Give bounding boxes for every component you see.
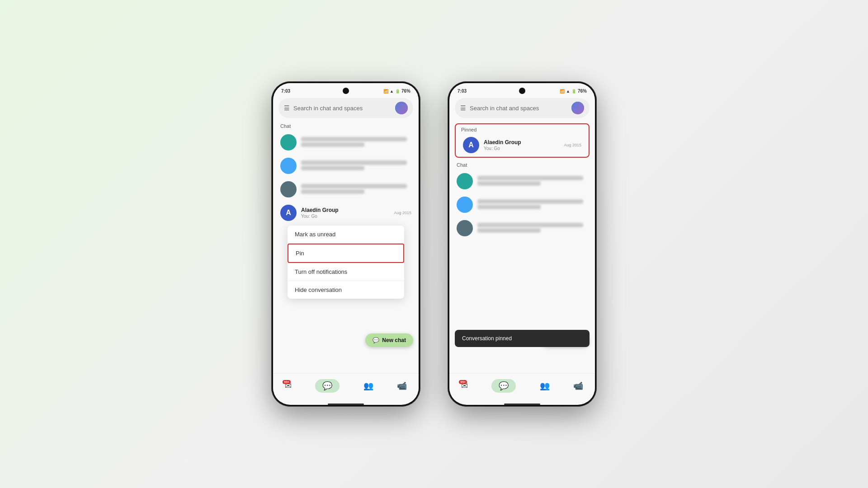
alaedin-preview: You: Go: [301, 214, 389, 219]
chat-info-blurred-p2-2: [477, 199, 583, 210]
user-avatar-2[interactable]: [571, 102, 584, 114]
home-indicator-1: [328, 404, 364, 405]
avatar-blurred-3: [280, 181, 297, 197]
search-bar-2[interactable]: ☰ Search in chat and spaces: [455, 98, 590, 118]
user-avatar-1[interactable]: [395, 102, 408, 114]
chat-item-blurred-p2-3[interactable]: [449, 216, 595, 240]
pinned-alaedin-name: Alaedin Group: [484, 139, 559, 145]
nav-chat-1[interactable]: 💬: [310, 377, 345, 394]
hamburger-icon-2: ☰: [460, 104, 466, 112]
chat-icon-2: 💬: [499, 381, 509, 390]
video-icon-2: 📹: [573, 381, 583, 391]
mail-badge-1: 99+: [283, 380, 291, 384]
chat-item-blurred-3[interactable]: [273, 178, 419, 201]
pinned-alaedin-item[interactable]: A Alaedin Group You: Go Aug 2015: [456, 133, 589, 157]
name-blur-p2-1: [477, 176, 583, 180]
chat-section-label-1: Chat: [273, 122, 419, 131]
nav-people-1[interactable]: 👥: [358, 379, 379, 393]
preview-blur-1: [301, 142, 364, 147]
avatar-blurred-p2-2: [457, 197, 473, 213]
chat-item-blurred-2[interactable]: [273, 154, 419, 178]
fab-label-1: New chat: [382, 337, 406, 343]
preview-blur-3: [301, 189, 364, 194]
mark-unread-item[interactable]: Mark as unread: [288, 225, 404, 244]
context-menu-container: Mark as unread Pin Turn off notification…: [280, 225, 411, 300]
battery-pct-2: 76%: [578, 89, 587, 94]
avatar-blurred-2: [280, 158, 297, 174]
name-blur-p2-3: [477, 223, 583, 227]
context-menu: Mark as unread Pin Turn off notification…: [288, 225, 404, 299]
chat-info-blurred-2: [301, 160, 407, 171]
chat-info-blurred-3: [301, 184, 407, 195]
nav-people-2[interactable]: 👥: [534, 379, 555, 393]
people-icon-2: 👥: [540, 381, 550, 391]
nav-mail-2[interactable]: ✉ 99+: [456, 379, 473, 393]
turn-off-notifications-item[interactable]: Turn off notifications: [288, 263, 404, 281]
phone-2: 7:03 📶 ▲ 🔋 76% ☰ Search in chat and spac…: [448, 81, 597, 407]
avatar-blurred-p2-3: [457, 220, 473, 236]
camera-cutout-2: [519, 88, 525, 94]
preview-blur-p2-3: [477, 228, 541, 233]
search-bar-1[interactable]: ☰ Search in chat and spaces: [278, 98, 413, 118]
conversation-pinned-toast: Conversation pinned: [455, 330, 590, 347]
bottom-nav-1: ✉ 99+ 💬 👥 📹: [273, 373, 419, 402]
pinned-alaedin-info: Alaedin Group You: Go: [484, 139, 559, 151]
bottom-nav-2: ✉ 99+ 💬 👥 📹: [449, 373, 595, 402]
home-indicator-2: [504, 404, 540, 405]
alaedin-time: Aug 2015: [394, 211, 411, 215]
chat-item-blurred-p2-2[interactable]: [449, 193, 595, 216]
wifi-icon-1: ▲: [390, 89, 394, 94]
avatar-blurred-1: [280, 134, 297, 150]
name-blur-1: [301, 137, 407, 141]
preview-blur-p2-2: [477, 205, 541, 209]
chat-info-blurred-1: [301, 137, 407, 148]
name-blur-p2-2: [477, 199, 583, 204]
chat-item-blurred-p2-1[interactable]: [449, 169, 595, 193]
nav-video-2[interactable]: 📹: [568, 379, 589, 393]
pin-item[interactable]: Pin: [288, 244, 404, 263]
name-blur-2: [301, 160, 407, 165]
pinned-alaedin-avatar: A: [463, 137, 479, 153]
pinned-alaedin-time: Aug 2015: [564, 143, 581, 147]
hamburger-icon-1: ☰: [284, 104, 290, 112]
chat-info-blurred-p2-1: [477, 176, 583, 187]
alaedin-chat-item[interactable]: A Alaedin Group You: Go Aug 2015: [273, 201, 419, 225]
battery-icon-1: 🔋: [395, 89, 400, 94]
time-2: 7:03: [458, 89, 467, 94]
alaedin-name: Alaedin Group: [301, 207, 389, 213]
fab-icon-1: 💬: [373, 337, 379, 343]
nav-mail-1[interactable]: ✉ 99+: [279, 379, 297, 393]
mail-badge-2: 99+: [459, 380, 467, 384]
search-placeholder-1: Search in chat and spaces: [293, 105, 392, 112]
pinned-alaedin-preview: You: Go: [484, 146, 559, 151]
signal-icon-1: 📶: [383, 89, 388, 94]
new-chat-fab-1[interactable]: 💬 New chat: [365, 333, 413, 347]
pinned-section: Pinned A Alaedin Group You: Go Aug 2015: [455, 123, 590, 158]
signal-icon-2: 📶: [560, 89, 565, 94]
nav-chat-2[interactable]: 💬: [486, 377, 521, 394]
alaedin-info: Alaedin Group You: Go: [301, 207, 389, 219]
pinned-label: Pinned: [456, 124, 589, 133]
battery-pct-1: 76%: [401, 89, 410, 94]
nav-video-1[interactable]: 📹: [392, 379, 412, 393]
video-icon-1: 📹: [397, 381, 407, 391]
people-icon-1: 👥: [363, 381, 373, 391]
hide-conversation-item[interactable]: Hide conversation: [288, 281, 404, 299]
phone1-content: Chat: [273, 122, 419, 373]
preview-blur-2: [301, 166, 364, 170]
chat-info-blurred-p2-3: [477, 223, 583, 234]
alaedin-avatar: A: [280, 205, 297, 221]
chat-section-label-2: Chat: [449, 160, 595, 169]
wifi-icon-2: ▲: [566, 89, 570, 94]
battery-icon-2: 🔋: [571, 89, 576, 94]
avatar-blurred-p2-1: [457, 173, 473, 189]
chat-icon-1: 💬: [322, 381, 332, 390]
search-placeholder-2: Search in chat and spaces: [470, 105, 568, 112]
time-1: 7:03: [281, 89, 290, 94]
phone2-content: Pinned A Alaedin Group You: Go Aug 2015 …: [449, 122, 595, 373]
name-blur-3: [301, 184, 407, 188]
preview-blur-p2-1: [477, 181, 541, 186]
camera-cutout: [343, 88, 349, 94]
phone-1: 7:03 📶 ▲ 🔋 76% ☰ Search in chat and spac…: [271, 81, 420, 407]
chat-item-blurred-1[interactable]: [273, 131, 419, 154]
